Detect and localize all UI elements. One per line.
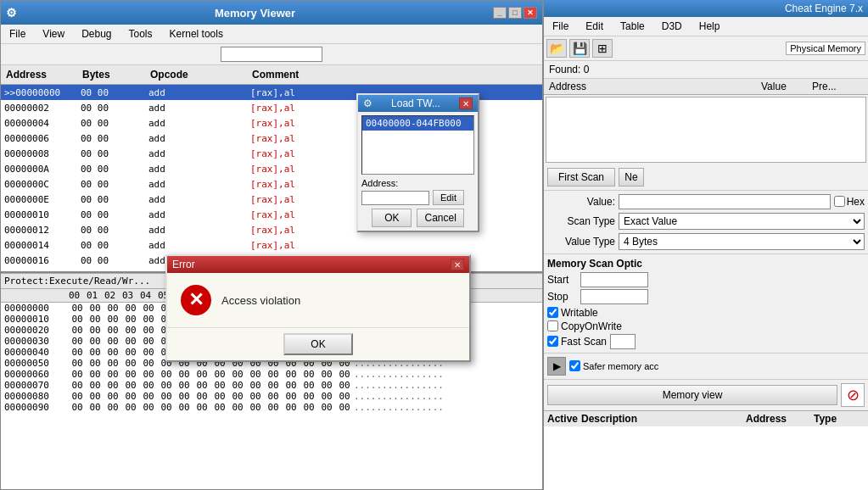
hex-byte-cell: 00: [265, 369, 282, 380]
hex-byte-cell: 00: [87, 402, 104, 413]
file-menu-scanner[interactable]: File: [547, 19, 574, 34]
toolbar-save-btn[interactable]: 💾: [569, 39, 590, 58]
opcode-column-header: Opcode: [148, 67, 250, 82]
hex-byte-cell: 00: [104, 380, 121, 391]
table-row[interactable]: 0000001400 00add[rax],al: [1, 237, 542, 253]
hex-row-address: 00000030: [4, 336, 68, 347]
file-menu[interactable]: File: [4, 26, 31, 42]
error-close-button[interactable]: ✕: [451, 259, 464, 270]
hex-byte-cell: 00: [158, 402, 175, 413]
safer-memory-checkbox[interactable]: [569, 360, 580, 371]
hex-byte-cell: 00: [140, 325, 157, 336]
hex-byte-cell: 00: [229, 391, 246, 402]
hex-byte-cell: 00: [122, 303, 139, 314]
scan-type-label: Scan Type: [547, 215, 615, 227]
safer-memory-text: Safer memory acc: [583, 361, 658, 371]
value-type-select[interactable]: 4 Bytes: [619, 233, 865, 250]
stop-button[interactable]: ⊘: [841, 383, 865, 407]
value-type-label: Value Type: [547, 236, 615, 248]
safer-memory-label: Safer memory acc: [569, 360, 658, 371]
hex-byte-cell: 00: [211, 380, 228, 391]
hex-row[interactable]: 0000006000000000000000000000000000000000…: [1, 369, 542, 380]
hex-byte-cell: 00: [300, 391, 317, 402]
hex-byte-cell: 00: [158, 380, 175, 391]
hex-byte-cell: 00: [176, 380, 193, 391]
edit-menu-scanner[interactable]: Edit: [580, 19, 608, 34]
maximize-button[interactable]: □: [508, 7, 522, 19]
hex-byte-cell: 00: [247, 380, 264, 391]
scan-results-list[interactable]: [546, 97, 866, 163]
first-scan-button[interactable]: First Scan: [547, 168, 615, 187]
row-address: >>00000000: [4, 87, 81, 98]
load-tw-ok-button[interactable]: OK: [372, 209, 412, 227]
hex-byte-cell: 00: [140, 314, 157, 325]
d3d-menu-scanner[interactable]: D3D: [657, 19, 687, 34]
value-type-row: Value Type 4 Bytes: [547, 233, 865, 250]
hex-row[interactable]: 0000009000000000000000000000000000000000…: [1, 402, 542, 413]
hex-row-address: 00000010: [4, 314, 68, 325]
comment-column-header: Comment: [250, 67, 539, 82]
error-ok-button[interactable]: OK: [283, 333, 352, 355]
hex-row[interactable]: 0000008000000000000000000000000000000000…: [1, 391, 542, 402]
physical-memory-label[interactable]: Physical Memory: [786, 42, 865, 55]
hex-byte-cell: 00: [247, 369, 264, 380]
tools-menu[interactable]: Tools: [124, 26, 158, 42]
start-input[interactable]: [580, 272, 648, 287]
hex-byte-cell: 00: [69, 347, 86, 358]
hex-col-03: 03: [122, 290, 139, 301]
fast-scan-checkbox[interactable]: [547, 336, 558, 347]
hex-checkbox-label: Hex: [834, 196, 865, 208]
scan-type-row: Scan Type Exact Value: [547, 213, 865, 230]
hex-byte-cell: 00: [283, 369, 300, 380]
load-tw-listbox[interactable]: 00400000-044FB000: [361, 115, 474, 175]
help-menu-scanner[interactable]: Help: [694, 19, 725, 34]
view-menu[interactable]: View: [37, 26, 70, 42]
kernel-tools-menu[interactable]: Kernel tools: [165, 26, 228, 42]
active-table[interactable]: [544, 426, 868, 491]
writable-text: Writable: [561, 307, 598, 319]
hex-byte-cell: 00: [211, 369, 228, 380]
hex-byte-cell: 00: [104, 369, 121, 380]
found-count: Found: 0: [549, 64, 589, 75]
hex-byte-cell: 00: [104, 347, 121, 358]
toolbar-settings-btn[interactable]: ⊞: [592, 39, 613, 58]
hex-byte-cell: 00: [122, 380, 139, 391]
load-tw-close-button[interactable]: ✕: [459, 97, 473, 109]
table-menu-scanner[interactable]: Table: [615, 19, 650, 34]
value-input[interactable]: [619, 194, 831, 209]
load-tw-address-input[interactable]: 00400000: [361, 191, 429, 205]
load-tw-edit-button[interactable]: Edit: [433, 190, 464, 205]
address-input[interactable]: 00000000: [221, 47, 322, 62]
load-tw-cancel-button[interactable]: Cancel: [417, 209, 463, 227]
stop-input[interactable]: [580, 289, 648, 304]
next-scan-button[interactable]: Ne: [619, 168, 644, 187]
copy-on-write-text: CopyOnWrite: [561, 320, 622, 332]
protect-status: Protect:Execute/Read/Wr...: [4, 276, 150, 287]
minimize-button[interactable]: _: [493, 7, 507, 19]
toolbar-open-btn[interactable]: 📂: [546, 39, 567, 58]
load-tw-listitem[interactable]: 00400000-044FB000: [362, 116, 473, 131]
hex-byte-cell: 00: [211, 391, 228, 402]
fast-scan-input[interactable]: 4: [610, 334, 636, 349]
close-button[interactable]: ✕: [524, 7, 537, 19]
scan-type-select[interactable]: Exact Value: [619, 213, 865, 230]
writable-checkbox[interactable]: [547, 307, 558, 318]
hex-byte-cell: 00: [176, 369, 193, 380]
memory-view-button[interactable]: Memory view: [547, 385, 837, 405]
bytes-column-header: Bytes: [81, 67, 148, 82]
hex-byte-cell: 00: [158, 391, 175, 402]
hex-byte-cell: 00: [87, 391, 104, 402]
error-buttons: OK: [167, 327, 469, 360]
hex-byte-cell: 00: [300, 380, 317, 391]
hex-row[interactable]: 0000007000000000000000000000000000000000…: [1, 380, 542, 391]
hex-byte-cell: 00: [176, 391, 193, 402]
hex-byte-cell: 00: [229, 369, 246, 380]
hex-byte-cell: 00: [193, 369, 210, 380]
active-table-header: Active Description Address Type: [544, 410, 868, 426]
pointer-icon: ▶: [547, 357, 566, 376]
hex-checkbox[interactable]: [834, 196, 845, 207]
copy-on-write-checkbox[interactable]: [547, 320, 558, 331]
hex-byte-cell: 00: [69, 391, 86, 402]
debug-menu[interactable]: Debug: [76, 26, 116, 42]
hex-byte-cell: 00: [247, 391, 264, 402]
